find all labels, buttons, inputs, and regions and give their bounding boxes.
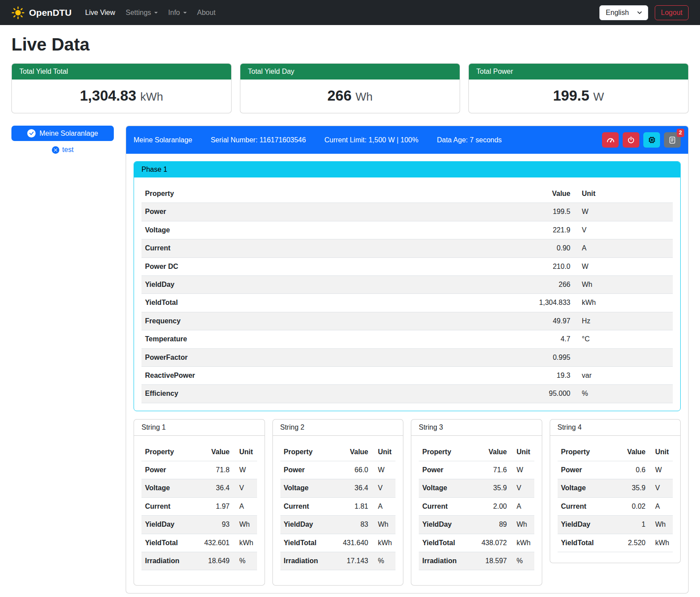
property-cell: Irradiation — [141, 552, 193, 570]
sidebar-item-meine-solaranlage[interactable]: Meine Solaranlage — [11, 126, 114, 141]
value-cell: 1.81 — [331, 497, 372, 515]
device-info-button[interactable] — [643, 132, 660, 148]
string-1-table: Property Value Unit Power71.8WVoltage36.… — [141, 443, 257, 571]
table-row: Power66.0W — [280, 461, 396, 479]
unit-cell: Wh — [649, 516, 673, 534]
unit-cell: Wh — [574, 275, 673, 293]
value-cell: 71.8 — [193, 461, 233, 479]
nav-live-view[interactable]: Live View — [81, 5, 119, 20]
property-cell: Voltage — [280, 479, 332, 497]
value-cell: 35.9 — [470, 479, 511, 497]
phase-card-title: Phase 1 — [134, 162, 680, 177]
value-cell: 93 — [193, 516, 233, 534]
table-row: Frequency49.97Hz — [141, 312, 673, 330]
value-cell: 1.97 — [193, 497, 233, 515]
sidebar-item-test[interactable]: test — [52, 146, 74, 154]
table-row: YieldTotal2.520kWh — [558, 534, 673, 552]
table-row: YieldTotal1,304.833kWh — [141, 294, 673, 312]
table-row: ReactivePower19.3var — [141, 366, 673, 384]
sidebar-item-label: test — [62, 146, 74, 154]
table-header-row: Property Value Unit — [558, 443, 673, 461]
col-header-property: Property — [141, 185, 400, 203]
unit-cell: % — [233, 552, 257, 570]
table-row: Current1.81A — [280, 497, 396, 515]
table-row: Current0.02A — [558, 497, 673, 515]
unit-cell: A — [649, 497, 673, 515]
property-cell: YieldTotal — [280, 534, 332, 552]
nav-settings[interactable]: Settings — [122, 5, 162, 20]
power-button[interactable] — [623, 132, 639, 148]
col-header-property: Property — [280, 443, 332, 461]
app-brand[interactable]: OpenDTU — [11, 6, 72, 19]
property-cell: Power DC — [141, 257, 400, 275]
unit-cell: A — [574, 239, 673, 257]
value-cell: 36.4 — [193, 479, 233, 497]
nav-about[interactable]: About — [193, 5, 220, 20]
col-header-value: Value — [193, 443, 233, 461]
unit-cell: kWh — [649, 534, 673, 552]
col-header-property: Property — [141, 443, 193, 461]
phase-card: Phase 1 Property Value Unit Power199.5WV… — [134, 161, 681, 411]
value-cell: 35.9 — [613, 479, 649, 497]
value-cell: 210.0 — [400, 257, 574, 275]
value-cell: 2.520 — [613, 534, 649, 552]
col-header-unit: Unit — [511, 443, 534, 461]
unit-cell: % — [511, 552, 534, 570]
nav-info[interactable]: Info — [164, 5, 191, 20]
value-cell: 71.6 — [470, 461, 511, 479]
property-cell: PowerFactor — [141, 348, 400, 366]
value-cell: 2.00 — [470, 497, 511, 515]
unit-cell: A — [511, 497, 534, 515]
value-cell: 18.597 — [470, 552, 511, 570]
unit-cell: kWh — [511, 534, 534, 552]
logout-button[interactable]: Logout — [655, 5, 689, 20]
table-header-row: Property Value Unit — [141, 185, 673, 203]
unit-cell: V — [574, 221, 673, 239]
string-card-body: Property Value Unit Power66.0WVoltage36.… — [273, 436, 403, 586]
unit-cell: W — [574, 203, 673, 221]
property-cell: Voltage — [419, 479, 470, 497]
card-title: Total Yield Total — [12, 64, 231, 80]
value-cell: 0.995 — [400, 348, 574, 366]
inverter-card-body: Phase 1 Property Value Unit Power199.5WV… — [126, 154, 688, 593]
event-log-button[interactable]: 2 — [664, 132, 681, 148]
check-circle-icon — [27, 129, 36, 137]
property-cell: Power — [141, 203, 400, 221]
table-row: Voltage221.9V — [141, 221, 673, 239]
limit-settings-button[interactable] — [602, 132, 619, 148]
value-cell: 49.97 — [400, 312, 574, 330]
unit-cell — [574, 348, 673, 366]
value-cell: 66.0 — [331, 461, 372, 479]
property-cell: YieldDay — [141, 516, 193, 534]
table-row: Voltage36.4V — [141, 479, 257, 497]
unit-cell: W — [574, 257, 673, 275]
property-cell: YieldTotal — [419, 534, 470, 552]
table-row: PowerFactor0.995 — [141, 348, 673, 366]
chevron-down-icon — [637, 10, 642, 15]
string-card-body: Property Value Unit Power0.6WVoltage35.9… — [550, 436, 681, 563]
property-cell: Power — [558, 461, 613, 479]
table-header-row: Property Value Unit — [280, 443, 396, 461]
nav-settings-label: Settings — [126, 9, 151, 17]
string-card-body: Property Value Unit Power71.8WVoltage36.… — [134, 436, 265, 586]
property-cell: YieldDay — [419, 516, 470, 534]
table-row: Irradiation17.143% — [280, 552, 396, 570]
value-cell: 221.9 — [400, 221, 574, 239]
string-2-table: Property Value Unit Power66.0WVoltage36.… — [280, 443, 396, 571]
string-card-title: String 2 — [273, 420, 403, 436]
property-cell: Power — [419, 461, 470, 479]
language-select[interactable]: English — [599, 5, 648, 20]
property-cell: ReactivePower — [141, 366, 400, 384]
unit-cell: V — [511, 479, 534, 497]
table-row: Voltage35.9V — [558, 479, 673, 497]
col-header-property: Property — [558, 443, 613, 461]
table-row: YieldDay89Wh — [419, 516, 534, 534]
col-header-unit: Unit — [372, 443, 395, 461]
x-circle-icon — [52, 146, 59, 154]
property-cell: YieldTotal — [558, 534, 613, 552]
total-yield-day-unit: Wh — [355, 90, 373, 103]
value-cell: 19.3 — [400, 366, 574, 384]
top-navbar: OpenDTU Live View Settings Info About En… — [0, 0, 700, 25]
value-cell: 0.6 — [613, 461, 649, 479]
unit-cell: kWh — [372, 534, 395, 552]
